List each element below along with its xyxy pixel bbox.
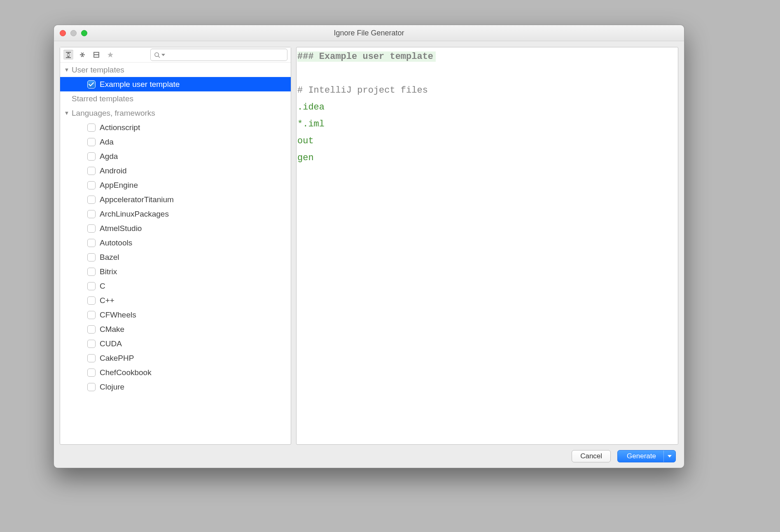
svg-line-7 [158, 56, 160, 58]
tree-item[interactable]: C [60, 279, 291, 293]
tree-view-button[interactable] [91, 50, 101, 60]
tree-item-checkbox[interactable] [87, 196, 96, 204]
tree-item-label: AtmelStudio [100, 224, 142, 233]
tree-item-checkbox[interactable] [87, 282, 96, 290]
tree-item-checkbox[interactable] [87, 152, 96, 161]
tree-item-checkbox[interactable] [87, 167, 96, 175]
tree-item-checkbox[interactable] [87, 340, 96, 348]
code-line: .idea [297, 99, 677, 116]
tree-item-checkbox[interactable] [87, 181, 96, 189]
tree-item-checkbox[interactable] [87, 296, 96, 305]
tree-item[interactable]: Clojure [60, 380, 291, 394]
tree-item-label: CakePHP [100, 354, 134, 363]
search-input[interactable] [168, 51, 284, 59]
tree-item-label: C [100, 282, 105, 291]
tree-item[interactable]: AppceleratorTitanium [60, 192, 291, 207]
tree-icon [93, 51, 100, 58]
tree-item[interactable]: Autotools [60, 236, 291, 250]
tree-item-checkbox[interactable] [87, 354, 96, 362]
window-minimize-button[interactable] [70, 30, 77, 36]
disclosure-open-icon: ▼ [63, 110, 70, 116]
tree-item-label: AppceleratorTitanium [100, 195, 174, 204]
tree-item[interactable]: C++ [60, 293, 291, 308]
tree-item[interactable]: AtmelStudio [60, 221, 291, 236]
code-line: # IntelliJ project files [297, 82, 677, 99]
chevron-down-icon [161, 53, 165, 57]
tree-item[interactable]: AppEngine [60, 178, 291, 192]
tree-item-checkbox[interactable] [87, 210, 96, 218]
tree-item-checkbox[interactable] [87, 325, 96, 334]
code-header: ### Example user template [297, 51, 436, 62]
tree-item-checkbox[interactable] [87, 253, 96, 261]
tree-item-label: Actionscript [100, 123, 140, 132]
tree-item-checkbox[interactable] [87, 383, 96, 391]
templates-search[interactable] [150, 49, 287, 61]
star-filter-button[interactable] [105, 50, 115, 60]
tree-item[interactable]: CMake [60, 322, 291, 336]
generate-button-label: Generate [627, 452, 663, 460]
tree-item-label: Agda [100, 152, 118, 161]
expand-all-icon [65, 51, 72, 58]
title-bar: Ignore File Generator [54, 25, 684, 41]
tree-item[interactable]: CUDA [60, 336, 291, 351]
tree-item[interactable]: CakePHP [60, 351, 291, 365]
collapse-all-button[interactable] [77, 50, 87, 60]
code-line: gen [297, 149, 677, 166]
tree-item[interactable]: Bitrix [60, 264, 291, 279]
dialog-footer: Cancel Generate [60, 445, 678, 468]
tree-item[interactable]: CFWheels [60, 308, 291, 322]
code-pattern: .idea [297, 102, 325, 112]
window-zoom-button[interactable] [81, 30, 87, 36]
svg-point-6 [155, 52, 159, 56]
tree-item-checkbox[interactable] [87, 80, 96, 89]
cancel-button-label: Cancel [580, 452, 602, 460]
tree-item[interactable]: Example user template [60, 77, 291, 91]
expand-all-button[interactable] [63, 50, 73, 60]
code-line [297, 65, 677, 82]
preview-pane: ### Example user template # IntelliJ pro… [296, 47, 678, 445]
tree-item[interactable]: Bazel [60, 250, 291, 264]
tree-item[interactable]: ArchLinuxPackages [60, 207, 291, 221]
tree-item[interactable]: Android [60, 163, 291, 178]
code-pattern: gen [297, 153, 314, 163]
preview-code: ### Example user template # IntelliJ pro… [297, 47, 678, 444]
tree-group-label: Languages, frameworks [72, 109, 155, 118]
cancel-button[interactable]: Cancel [572, 450, 611, 462]
tree-item[interactable]: Actionscript [60, 120, 291, 135]
tree-item[interactable]: Agda [60, 149, 291, 163]
tree-group[interactable]: ▼Languages, frameworks [60, 106, 291, 120]
tree-item-label: Ada [100, 138, 114, 147]
tree-item-checkbox[interactable] [87, 239, 96, 247]
code-comment: # IntelliJ project files [297, 85, 428, 96]
window-controls [60, 30, 87, 36]
tree-item[interactable]: Ada [60, 135, 291, 149]
tree-item-checkbox[interactable] [87, 224, 96, 233]
search-icon [154, 52, 160, 58]
svg-marker-8 [161, 54, 165, 56]
tree-item-label: AppEngine [100, 181, 138, 190]
tree-item[interactable]: ChefCookbook [60, 365, 291, 380]
tree-group[interactable]: Starred templates [60, 91, 291, 106]
code-line: out [297, 133, 677, 149]
code-pattern: out [297, 136, 314, 146]
tree-item-checkbox[interactable] [87, 268, 96, 276]
window-title: Ignore File Generator [54, 29, 684, 37]
generate-dropdown[interactable] [664, 454, 675, 459]
tree-item-checkbox[interactable] [87, 138, 96, 146]
tree-item-label: CMake [100, 325, 124, 334]
tree-group[interactable]: ▼User templates [60, 63, 291, 77]
tree-item-label: Bitrix [100, 267, 117, 276]
tree-item-checkbox[interactable] [87, 124, 96, 132]
templates-tree[interactable]: ▼User templatesExample user templateStar… [60, 63, 291, 444]
window-close-button[interactable] [60, 30, 66, 36]
tree-group-label: User templates [72, 65, 124, 75]
star-icon [107, 51, 114, 58]
tree-item-label: Clojure [100, 383, 124, 392]
dialog-content: ▼User templatesExample user templateStar… [54, 41, 684, 468]
tree-item-label: ChefCookbook [100, 368, 152, 377]
generate-button[interactable]: Generate [617, 450, 676, 462]
tree-item-checkbox[interactable] [87, 311, 96, 319]
tree-item-label: Example user template [100, 80, 180, 89]
tree-item-checkbox[interactable] [87, 369, 96, 377]
tree-item-label: CFWheels [100, 310, 136, 320]
